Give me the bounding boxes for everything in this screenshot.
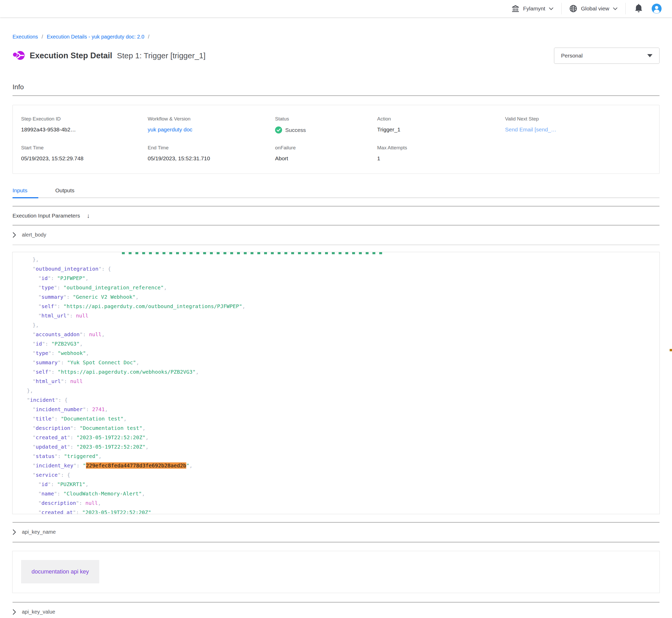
globe-icon (569, 5, 577, 12)
content-bottom: api_key_value (0, 602, 672, 618)
field-start-time: Start Time 05/19/2023, 15:52:29.748 (21, 145, 148, 162)
field-step-execution-id: Step Execution ID 18992a43-9538-4b2… (21, 116, 148, 133)
field-valid-next-step: Valid Next Step Send Email [send_… (505, 116, 651, 133)
field-workflow-version: Workflow & Version yuk pagerduty doc (148, 116, 275, 133)
org-switcher[interactable]: Fylamynt (512, 5, 554, 12)
field-action: Action Trigger_1 (377, 116, 505, 133)
clipped-code-line (122, 252, 383, 255)
chevron-right-icon (12, 609, 16, 615)
caret-down-icon (647, 54, 653, 57)
parameters-heading: Execution Input Parameters (12, 213, 80, 219)
organization-icon (512, 5, 519, 12)
view-label: Global view (581, 5, 609, 12)
page: Fylamynt Global view (0, 0, 672, 618)
execution-input-parameters-header[interactable]: Execution Input Parameters ↓ (12, 207, 660, 225)
expander-alert-body[interactable]: alert_body (12, 226, 660, 244)
status-text: Success (285, 127, 306, 133)
info-card: Step Execution ID 18992a43-9538-4b2… Wor… (12, 105, 660, 174)
field-end-time: End Time 05/19/2023, 15:52:31.710 (148, 145, 275, 162)
row-divider (12, 244, 660, 245)
api-key-name-card: documentation api key (12, 551, 660, 593)
notifications-bell-icon[interactable] (635, 3, 643, 14)
content: Executions / Execution Details - yuk pag… (0, 34, 672, 245)
field-max-attempts: Max Attempts 1 (377, 145, 505, 162)
breadcrumb-separator: / (42, 34, 43, 40)
title-row: Execution Step Detail Step 1: Trigger [t… (12, 47, 660, 64)
api-key-name-chip: documentation api key (21, 560, 99, 584)
field-status: Status Success (275, 116, 377, 133)
info-heading: Info (12, 83, 660, 91)
chevron-down-icon (549, 7, 554, 10)
tab-inputs[interactable]: Inputs (12, 187, 38, 198)
topbar-divider (561, 3, 562, 14)
info-grid: Step Execution ID 18992a43-9538-4b2… Wor… (21, 116, 651, 162)
expander-label: api_key_value (22, 609, 55, 615)
page-subtitle: Step 1: Trigger [trigger_1] (117, 51, 205, 60)
content-lower: api_key_name (0, 522, 672, 542)
section-divider (12, 95, 660, 96)
org-label: Fylamynt (523, 5, 545, 12)
user-avatar[interactable] (652, 4, 662, 13)
next-step-link[interactable]: Send Email [send_… (505, 126, 556, 132)
breadcrumb: Executions / Execution Details - yuk pag… (12, 34, 660, 40)
view-switcher[interactable]: Global view (569, 5, 617, 12)
breadcrumb-link-execution-details[interactable]: Execution Details - yuk pagerduty doc: 2… (47, 34, 144, 40)
section-divider (12, 542, 660, 542)
expander-label: alert_body (22, 232, 46, 238)
expander-api-key-name[interactable]: api_key_name (12, 523, 660, 542)
workflow-step-icon (12, 50, 25, 62)
expander-api-key-value[interactable]: api_key_value (12, 603, 660, 618)
topbar: Fylamynt Global view (0, 0, 672, 17)
alert-body-json-viewer[interactable]: },"outbound_integration": {"id": "PJFWPE… (12, 252, 660, 514)
expander-label: api_key_name (22, 529, 56, 535)
breadcrumb-link-executions[interactable]: Executions (12, 34, 38, 40)
scope-selected-value: Personal (561, 53, 583, 59)
tab-outputs[interactable]: Outputs (55, 187, 85, 198)
arrow-down-icon: ↓ (87, 212, 90, 219)
success-check-icon (275, 126, 282, 133)
chevron-right-icon (12, 232, 16, 238)
field-onfailure: onFailure Abort (275, 145, 377, 162)
tabs: Inputs Outputs (12, 187, 660, 198)
breadcrumb-separator: / (148, 34, 150, 40)
workflow-link[interactable]: yuk pagerduty doc (148, 126, 192, 132)
page-title: Execution Step Detail (30, 51, 112, 61)
scope-select[interactable]: Personal (554, 47, 660, 64)
chevron-down-icon (613, 7, 617, 10)
code-lines: },"outbound_integration": {"id": "PJFWPE… (12, 255, 660, 514)
scrollbar-search-marker[interactable] (670, 349, 672, 351)
chevron-right-icon (12, 529, 16, 535)
